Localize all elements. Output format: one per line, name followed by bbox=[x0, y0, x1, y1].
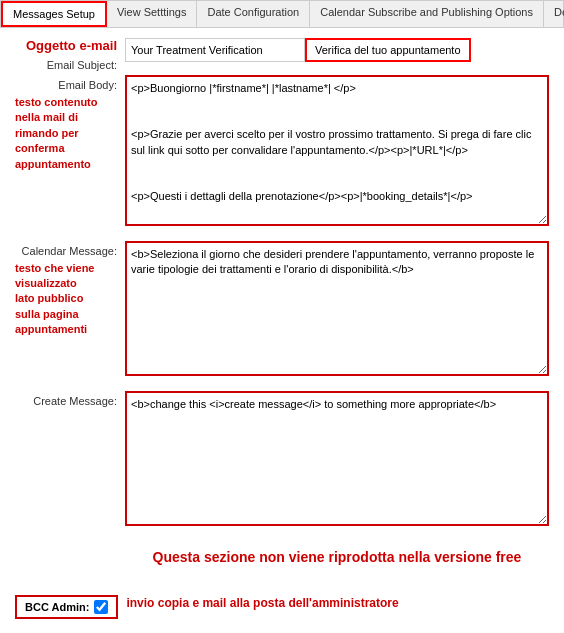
tab-messages-setup[interactable]: Messages Setup bbox=[1, 1, 107, 27]
email-body-textarea[interactable]: <p>Buongiorno |*firstname*| |*lastname*|… bbox=[125, 75, 549, 226]
bcc-row: BCC Admin: invio copia e mail alla posta… bbox=[15, 587, 549, 619]
bcc-annotation: invio copia e mail alla posta dell'ammin… bbox=[126, 596, 398, 610]
create-message-label: Create Message: bbox=[15, 391, 117, 407]
tab-date-configuration[interactable]: Date Configuration bbox=[197, 1, 310, 27]
main-content: Oggetto e-mail Email Subject: Verifica d… bbox=[0, 28, 564, 629]
email-subject-left: Oggetto e-mail Email Subject: bbox=[15, 38, 125, 71]
create-message-left: Create Message: bbox=[15, 391, 125, 407]
create-message-right: <b>change this <i>create message</i> to … bbox=[125, 391, 549, 575]
email-body-section: Email Body: testo contenutonella mail di… bbox=[15, 75, 549, 229]
create-message-textarea[interactable]: <b>change this <i>create message</i> to … bbox=[125, 391, 549, 526]
free-version-notice: Questa sezione non viene riprodotta nell… bbox=[125, 539, 549, 575]
bcc-label: BCC Admin: bbox=[25, 601, 89, 613]
oggetto-email-label: Oggetto e-mail bbox=[15, 38, 117, 53]
email-subject-label: Email Subject: bbox=[15, 55, 117, 71]
email-subject-input[interactable] bbox=[125, 38, 305, 62]
tab-view-settings[interactable]: View Setttings bbox=[107, 1, 198, 27]
verifica-button[interactable]: Verifica del tuo appuntamento bbox=[305, 38, 471, 62]
bcc-checkbox[interactable] bbox=[94, 600, 108, 614]
calendar-message-label: Calendar Message: bbox=[15, 241, 117, 257]
calendar-message-right: <b>Seleziona il giorno che desideri pren… bbox=[125, 241, 549, 379]
calendar-message-left: Calendar Message: testo che vienevisuali… bbox=[15, 241, 125, 338]
email-subject-right: Verifica del tuo appuntamento bbox=[125, 38, 549, 62]
email-body-right: <p>Buongiorno |*firstname*| |*lastname*|… bbox=[125, 75, 549, 229]
tab-bar: Messages Setup View Setttings Date Confi… bbox=[0, 0, 564, 28]
create-message-section: Create Message: <b>change this <i>create… bbox=[15, 391, 549, 575]
calendar-message-section: Calendar Message: testo che vienevisuali… bbox=[15, 241, 549, 379]
bcc-container: BCC Admin: bbox=[15, 595, 118, 619]
email-subject-section: Oggetto e-mail Email Subject: Verifica d… bbox=[15, 38, 549, 71]
email-subject-row: Verifica del tuo appuntamento bbox=[125, 38, 549, 62]
tab-debug-settings[interactable]: Debug Settings bbox=[544, 1, 564, 27]
email-body-label: Email Body: bbox=[15, 75, 117, 91]
calendar-message-textarea[interactable]: <b>Seleziona il giorno che desideri pren… bbox=[125, 241, 549, 376]
calendar-message-annotation: testo che vienevisualizzatolato pubblico… bbox=[15, 261, 117, 338]
email-body-left: Email Body: testo contenutonella mail di… bbox=[15, 75, 125, 172]
tab-calendar-subscribe[interactable]: Calendar Subscribe and Publishing Option… bbox=[310, 1, 544, 27]
email-body-annotation: testo contenutonella mail dirimando perc… bbox=[15, 95, 117, 172]
